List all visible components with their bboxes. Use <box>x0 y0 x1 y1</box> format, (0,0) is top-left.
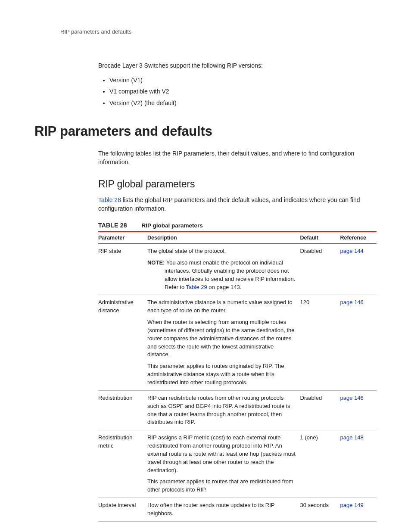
table-caption: TABLE 28 RIP global parameters <box>98 221 377 230</box>
reference-link[interactable]: page 148 <box>340 434 364 441</box>
section-paragraph: The following tables list the RIP parame… <box>98 149 377 167</box>
list-item: Version (V2) (the default) <box>109 99 377 107</box>
note-label: NOTE: <box>147 259 165 266</box>
cell-description: RIP can redistribute routes from other r… <box>147 390 300 430</box>
cell-description: The global state of the protocol. NOTE: … <box>147 244 300 295</box>
subsection-heading: RIP global parameters <box>98 177 377 191</box>
cell-reference: page 149 <box>340 498 377 522</box>
subsection-paragraph-text: lists the global RIP parameters and thei… <box>98 196 360 212</box>
desc-text: RIP assigns a RIP metric (cost) to each … <box>147 434 296 474</box>
cell-default: 30 seconds <box>300 498 340 522</box>
desc-text: The global state of the protocol. <box>147 247 296 255</box>
cell-reference: page 146 <box>340 390 377 430</box>
cell-parameter: Update interval <box>98 498 147 522</box>
section-heading: RIP parameters and defaults <box>34 122 377 141</box>
table-row: Redistribution RIP can redistribute rout… <box>98 390 377 430</box>
note-link[interactable]: Table 29 <box>186 284 207 290</box>
desc-note: NOTE: You also must enable the protocol … <box>147 259 296 291</box>
reference-link[interactable]: page 146 <box>340 395 364 401</box>
cell-description: RIP assigns a RIP metric (cost) to each … <box>147 430 300 498</box>
page-container: RIP parameters and defaults Brocade Laye… <box>0 0 411 532</box>
desc-text: When the router is selecting from among … <box>147 318 296 359</box>
reference-link[interactable]: page 146 <box>340 299 364 305</box>
cell-reference: page 148 <box>340 430 377 498</box>
version-list: Version (V1) V1 compatible with V2 Versi… <box>98 76 377 107</box>
table-title: RIP global parameters <box>142 222 203 229</box>
cell-default: 120 <box>300 295 340 390</box>
intro-paragraph: Brocade Layer 3 Switches support the fol… <box>98 61 377 70</box>
table-number: TABLE 28 <box>98 222 127 229</box>
running-header: RIP parameters and defaults <box>60 28 377 36</box>
desc-text: This parameter applies to routes that ar… <box>147 478 296 494</box>
table-row: Administrative distance The administrati… <box>98 295 377 390</box>
desc-text: RIP can redistribute routes from other r… <box>147 394 296 426</box>
section-body: The following tables list the RIP parame… <box>98 149 377 522</box>
cell-parameter: Administrative distance <box>98 295 147 390</box>
cell-parameter: Redistribution metric <box>98 430 147 498</box>
reference-link[interactable]: page 144 <box>340 248 364 254</box>
cell-default: Disabled <box>300 244 340 295</box>
note-tail: on page 143. <box>207 284 242 290</box>
intro-block: Brocade Layer 3 Switches support the fol… <box>98 61 377 107</box>
cell-description: How often the router sends route updates… <box>147 498 300 522</box>
col-header-parameter: Parameter <box>98 232 147 244</box>
table-row: Update interval How often the router sen… <box>98 498 377 522</box>
cell-default: 1 (one) <box>300 430 340 498</box>
col-header-default: Default <box>300 232 340 244</box>
cell-description: The administrative distance is a numeric… <box>147 295 300 390</box>
table-row: RIP state The global state of the protoc… <box>98 244 377 295</box>
table-row: Redistribution metric RIP assigns a RIP … <box>98 430 377 498</box>
cell-default: Disabled <box>300 390 340 430</box>
cell-reference: page 146 <box>340 295 377 390</box>
cell-parameter: Redistribution <box>98 390 147 430</box>
list-item: Version (V1) <box>109 76 377 84</box>
table-reference-link[interactable]: Table 28 <box>98 196 121 203</box>
list-item: V1 compatible with V2 <box>109 87 377 96</box>
reference-link[interactable]: page 149 <box>340 502 364 508</box>
col-header-reference: Reference <box>340 232 377 244</box>
cell-reference: page 144 <box>340 244 377 295</box>
desc-text: The administrative distance is a numeric… <box>147 299 296 315</box>
desc-text: This parameter applies to routes origina… <box>147 362 296 387</box>
rip-global-parameters-table: Parameter Description Default Reference … <box>98 231 377 522</box>
col-header-description: Description <box>147 232 300 244</box>
subsection-paragraph: Table 28 lists the global RIP parameters… <box>98 196 377 213</box>
desc-text: How often the router sends route updates… <box>147 501 296 518</box>
cell-parameter: RIP state <box>98 244 147 295</box>
